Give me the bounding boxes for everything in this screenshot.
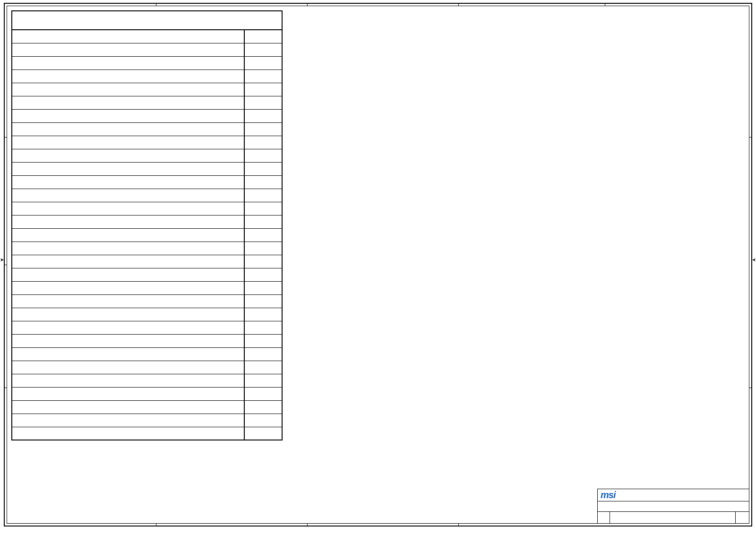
index-desc-cell (12, 56, 244, 69)
index-row (12, 321, 282, 334)
index-page-cell (244, 228, 282, 242)
index-row (12, 228, 282, 242)
index-row (12, 136, 282, 149)
index-page-cell (244, 149, 282, 162)
index-row (12, 387, 282, 400)
index-desc-cell (12, 387, 244, 400)
index-page-cell (244, 215, 282, 228)
index-row (12, 83, 282, 96)
index-table-header (12, 11, 282, 30)
title-block-number-cell (610, 512, 736, 523)
index-table (11, 10, 283, 440)
index-page-cell (244, 427, 282, 440)
index-desc-cell (12, 347, 244, 361)
frame-tick-left (4, 265, 7, 265)
title-block-row2 (598, 501, 749, 512)
index-page-cell (244, 294, 282, 308)
index-row (12, 255, 282, 268)
index-page-cell (244, 334, 282, 347)
index-desc-cell (12, 242, 244, 255)
index-desc-cell (12, 321, 244, 334)
index-row (12, 414, 282, 427)
index-page-cell (244, 414, 282, 427)
index-row (12, 69, 282, 83)
title-block-size-cell (598, 512, 610, 523)
index-row (12, 202, 282, 215)
index-page-cell (244, 400, 282, 414)
index-page-cell (244, 308, 282, 321)
index-desc-cell (12, 109, 244, 122)
index-row (12, 109, 282, 122)
index-desc-cell (12, 162, 244, 175)
index-desc-cell (12, 400, 244, 414)
index-page-cell (244, 387, 282, 400)
index-row (12, 361, 282, 374)
index-page-cell (244, 281, 282, 294)
index-page-cell (244, 30, 282, 43)
frame-tick-top (307, 3, 308, 6)
index-page-cell (244, 347, 282, 361)
index-row (12, 374, 282, 387)
index-row (12, 56, 282, 69)
index-page-cell (244, 136, 282, 149)
index-desc-cell (12, 136, 244, 149)
index-row (12, 162, 282, 175)
index-page-cell (244, 242, 282, 255)
index-row (12, 294, 282, 308)
index-page-cell (244, 43, 282, 56)
index-page-cell (244, 268, 282, 281)
index-row (12, 122, 282, 136)
index-page-cell (244, 69, 282, 83)
frame-tick-bottom (307, 524, 308, 526)
index-desc-cell (12, 122, 244, 136)
index-row (12, 189, 282, 202)
index-desc-cell (12, 175, 244, 189)
index-row (12, 242, 282, 255)
index-row (12, 43, 282, 56)
index-desc-cell (12, 361, 244, 374)
index-desc-cell (12, 69, 244, 83)
frame-tick-left (4, 137, 7, 138)
index-page-cell (244, 255, 282, 268)
index-row (12, 175, 282, 189)
index-row (12, 427, 282, 440)
title-block-logo-row: msi (598, 489, 749, 501)
index-page-cell (244, 109, 282, 122)
index-desc-cell (12, 294, 244, 308)
msi-logo: msi (601, 490, 615, 500)
index-row (12, 30, 282, 43)
index-row (12, 268, 282, 281)
frame-tick-bottom (458, 524, 459, 526)
frame-tick-top (156, 3, 156, 6)
index-desc-cell (12, 149, 244, 162)
index-desc-cell (12, 83, 244, 96)
index-desc-cell (12, 202, 244, 215)
index-page-cell (244, 56, 282, 69)
index-page-cell (244, 96, 282, 109)
index-row (12, 149, 282, 162)
frame-tick-bottom (156, 524, 156, 526)
index-desc-cell (12, 374, 244, 387)
index-page-cell (244, 321, 282, 334)
index-row (12, 308, 282, 321)
index-page-cell (244, 162, 282, 175)
index-desc-cell (12, 43, 244, 56)
index-row (12, 347, 282, 361)
index-page-cell (244, 175, 282, 189)
title-block-row3 (598, 512, 749, 523)
center-arrow-right: ➤ (752, 257, 756, 262)
index-desc-cell (12, 281, 244, 294)
index-row (12, 334, 282, 347)
frame-tick-right (749, 388, 752, 388)
title-block-rev-cell (736, 512, 749, 523)
index-row (12, 281, 282, 294)
index-desc-cell (12, 228, 244, 242)
index-desc-cell (12, 215, 244, 228)
index-header-cell (12, 11, 282, 30)
center-arrow-left: ➤ (0, 257, 4, 262)
frame-tick-left (4, 388, 7, 388)
index-desc-cell (12, 427, 244, 440)
title-block: msi (597, 489, 749, 524)
frame-tick-right (749, 137, 752, 138)
index-page-cell (244, 374, 282, 387)
